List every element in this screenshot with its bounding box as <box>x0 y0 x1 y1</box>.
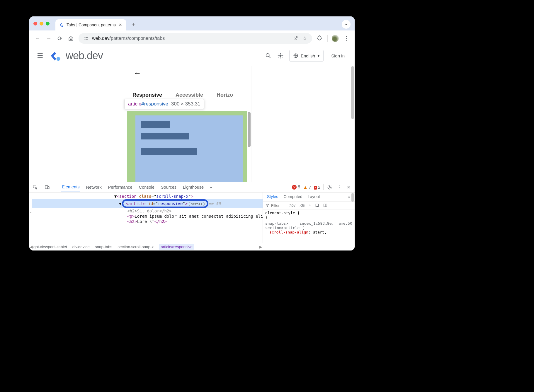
scroll-badge[interactable]: scroll <box>189 202 205 206</box>
panel-lighthouse[interactable]: Lighthouse <box>182 183 204 192</box>
browser-tab[interactable]: Tabs | Component patterns ✕ <box>55 19 126 30</box>
panel-performance[interactable]: Performance <box>108 183 133 192</box>
signin-link[interactable]: Sign in <box>329 53 347 58</box>
breadcrumb-bar: ◀ light.viewport--tablet div.device snap… <box>29 243 355 250</box>
panel-network[interactable]: Network <box>85 183 102 192</box>
styles-pane: Styles Computed Layout » :hov .cls + ele… <box>263 192 355 243</box>
crumb-active[interactable]: article#responsive <box>159 244 194 250</box>
expand-toggle[interactable]: ▼ <box>119 201 121 206</box>
close-window-button[interactable] <box>33 22 37 25</box>
computed-tab[interactable]: Computed <box>283 194 302 201</box>
more-panels-icon[interactable]: » <box>210 185 212 190</box>
new-tab-button[interactable]: + <box>129 20 137 28</box>
more-styles-tabs-icon[interactable]: » <box>348 194 351 201</box>
filter-icon <box>265 203 269 207</box>
svg-point-1 <box>85 37 86 38</box>
dollar-zero: == $0 <box>208 201 221 206</box>
favicon-icon <box>59 22 64 28</box>
panel-console[interactable]: Console <box>138 183 155 192</box>
issues-count[interactable]: ▪ 2 <box>314 185 320 190</box>
styles-tabs: Styles Computed Layout » <box>263 192 355 202</box>
webdev-logo-icon <box>49 49 62 62</box>
crumb[interactable]: section.scroll-snap-x <box>118 245 154 249</box>
device-mode-icon[interactable] <box>44 184 50 190</box>
browser-toolbar: ← → ⟳ web.dev/patterns/components/tabs ☆… <box>29 30 355 46</box>
address-bar[interactable]: web.dev/patterns/components/tabs ☆ <box>79 33 312 44</box>
crumb-ellipsis[interactable]: ⋯ <box>30 210 32 215</box>
maximize-window-button[interactable] <box>46 22 50 25</box>
styles-toolbar: :hov .cls + <box>263 202 355 209</box>
page-content: ☰ web.dev English ▾ Sign in <box>29 46 355 197</box>
crumb[interactable]: snap-tabs <box>95 245 112 249</box>
placeholder-bar <box>141 148 197 155</box>
cls-toggle[interactable]: .cls <box>298 203 306 208</box>
crumb[interactable]: light.viewport--tablet <box>32 245 67 249</box>
computed-toggle-icon[interactable] <box>314 203 320 208</box>
devtools-panel: Elements Network Performance Console Sou… <box>29 182 355 250</box>
site-logo[interactable]: web.dev <box>49 49 103 62</box>
separator <box>323 184 324 190</box>
settings-icon[interactable] <box>326 184 333 190</box>
styles-rules[interactable]: element.style { } snap-tabs>index_1c583…… <box>263 209 355 243</box>
crumb-scroll-left[interactable]: ◀ <box>30 245 33 249</box>
styles-scrollbar[interactable] <box>351 193 354 202</box>
back-button[interactable]: ← <box>34 35 41 42</box>
svg-point-5 <box>57 57 60 61</box>
open-external-icon[interactable] <box>292 35 299 42</box>
search-icon[interactable] <box>265 52 272 59</box>
crumb[interactable]: div.device <box>72 245 90 249</box>
hov-toggle[interactable]: :hov <box>288 203 297 208</box>
svg-rect-14 <box>316 206 318 207</box>
extensions-icon[interactable] <box>316 35 323 42</box>
warning-count[interactable]: ▲ 7 <box>303 185 311 190</box>
demo-iframe: ← Responsive Accessible Horizo article#r… <box>127 66 251 195</box>
separator <box>327 35 328 42</box>
browser-menu-button[interactable]: ⋮ <box>343 35 350 42</box>
svg-rect-15 <box>324 204 327 207</box>
sidebar-toggle-icon[interactable] <box>322 203 329 208</box>
source-link[interactable]: index_1c583…8e.frame:50 <box>300 221 352 226</box>
demo-tab-accessible[interactable]: Accessible <box>176 92 203 98</box>
site-header: ☰ web.dev English ▾ Sign in <box>29 46 355 65</box>
demo-back-button[interactable]: ← <box>134 69 141 78</box>
demo-tab-horizontal[interactable]: Horizo <box>217 92 233 98</box>
svg-point-12 <box>329 186 331 188</box>
close-tab-button[interactable]: ✕ <box>118 23 123 27</box>
close-devtools-button[interactable]: ✕ <box>345 184 352 190</box>
layout-tab[interactable]: Layout <box>308 194 320 201</box>
dom-tree[interactable]: ⋯ ▼<section class="scroll-snap-x"> ▼ <ar… <box>29 192 263 243</box>
language-selector[interactable]: English ▾ <box>289 50 324 62</box>
bookmark-icon[interactable]: ☆ <box>302 35 308 42</box>
menu-icon[interactable]: ☰ <box>37 52 43 60</box>
inspect-tool-icon[interactable] <box>32 184 39 190</box>
demo-scrollbar[interactable] <box>248 112 251 147</box>
forward-button[interactable]: → <box>45 35 52 42</box>
panel-elements[interactable]: Elements <box>61 182 80 192</box>
site-info-icon[interactable] <box>83 35 89 42</box>
svg-rect-2 <box>86 37 88 38</box>
panel-sources[interactable]: Sources <box>160 183 177 192</box>
profile-avatar[interactable] <box>332 35 339 42</box>
filter-input[interactable] <box>271 203 286 208</box>
dom-line: <h2>Sit dolor</h2> <box>127 209 172 213</box>
svg-point-3 <box>85 39 86 40</box>
theme-toggle-icon[interactable] <box>277 52 284 59</box>
devtools-tabbar: Elements Network Performance Console Sou… <box>29 182 355 192</box>
minimize-window-button[interactable] <box>40 22 43 25</box>
home-button[interactable] <box>67 35 74 42</box>
svg-point-0 <box>62 25 64 27</box>
demo-card <box>135 115 243 192</box>
page-scrollbar[interactable] <box>351 66 354 119</box>
tabs-dropdown-button[interactable] <box>342 20 351 29</box>
reload-button[interactable]: ⟳ <box>56 35 63 42</box>
devtools-menu-icon[interactable]: ⋮ <box>336 184 342 190</box>
demo-tab-responsive[interactable]: Responsive <box>132 92 162 98</box>
crumb-scroll-right[interactable]: ▶ <box>259 245 262 249</box>
styles-tab[interactable]: Styles <box>267 194 278 201</box>
new-rule-icon[interactable]: + <box>308 203 312 208</box>
element-tooltip: article#responsive300 × 353.31 <box>124 99 204 109</box>
error-count[interactable]: ✕ 5 <box>292 185 300 190</box>
selected-dom-node[interactable]: <article id="responsive">scroll <box>122 199 208 208</box>
separator <box>56 184 56 190</box>
svg-point-6 <box>266 54 269 57</box>
